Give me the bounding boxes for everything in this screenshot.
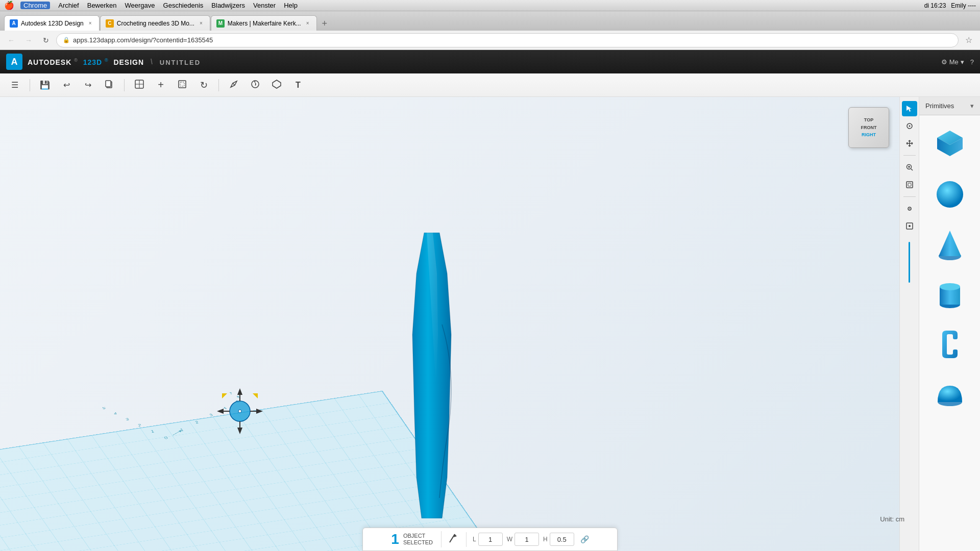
tab-3[interactable]: M Makers | Makerfaire Kerk... ×: [211, 15, 317, 31]
app-logo: A: [6, 54, 22, 70]
view-cube-face[interactable]: TOP FRONT RIGHT: [848, 107, 889, 148]
apple-menu[interactable]: 🍎: [4, 1, 14, 10]
menu-geschiedenis[interactable]: Geschiedenis: [163, 2, 204, 9]
orbit-tool-button[interactable]: [902, 118, 917, 134]
text-button[interactable]: T: [289, 77, 307, 94]
menu-chrome[interactable]: Chrome: [20, 2, 50, 9]
transform-icon: [178, 80, 187, 91]
look-tool-button[interactable]: [902, 201, 917, 216]
primitives-title: Primitives: [925, 102, 954, 110]
primitive-cylinder[interactable]: [927, 271, 973, 317]
grid-tool-button[interactable]: [902, 218, 917, 234]
tab-close-3[interactable]: ×: [304, 20, 311, 27]
fit-tool-button[interactable]: [902, 177, 917, 192]
svg-point-55: [940, 283, 960, 290]
tab-favicon-3: M: [216, 19, 225, 28]
tool-indicator: [442, 532, 467, 547]
tab-bar: A Autodesk 123D Design × C Crocheting ne…: [0, 11, 980, 31]
add-button[interactable]: +: [152, 77, 169, 94]
width-field: W: [507, 533, 539, 546]
main-area: 0 1 2 3 4 5 6 7 1 2 3 4 5: [0, 97, 980, 551]
menu-archief[interactable]: Archief: [58, 2, 79, 9]
svg-point-36: [909, 126, 910, 127]
view-cube[interactable]: TOP FRONT RIGHT: [848, 107, 889, 148]
app-product: 123D: [83, 58, 102, 66]
address-bar: ← → ↻ 🔒 apps.123dapp.com/design/?content…: [0, 31, 980, 50]
primitives-header: Primitives ▾: [919, 97, 980, 115]
right-toolbar: [899, 97, 919, 551]
select-tool-button[interactable]: [902, 101, 917, 116]
selected-count: 1: [391, 531, 399, 547]
length-field: L: [473, 533, 503, 546]
combine-button[interactable]: [268, 77, 285, 94]
transform-button[interactable]: [174, 77, 191, 94]
app-brand: AUTODESK: [28, 58, 71, 66]
selected-label: OBJECT SELECTED: [403, 533, 433, 546]
combine-icon: [272, 79, 282, 91]
new-tab-button[interactable]: +: [317, 16, 332, 31]
viewport-button[interactable]: [131, 77, 148, 94]
undo-button[interactable]: ↩: [58, 77, 75, 94]
menu-help[interactable]: Help: [284, 2, 298, 9]
toolbar-separator-3: [218, 79, 219, 91]
app-product-suffix: DESIGN: [113, 58, 144, 66]
menu-venster[interactable]: Venster: [253, 2, 276, 9]
menubar-user: Emily ----: [951, 2, 976, 9]
redo-button[interactable]: ↪: [79, 77, 96, 94]
undo-icon: ↩: [63, 80, 70, 90]
primitive-sphere[interactable]: [927, 171, 973, 217]
zoom-tool-button[interactable]: [902, 160, 917, 175]
refresh-button[interactable]: ↻: [39, 33, 53, 47]
menu-weergave[interactable]: Weergave: [125, 2, 155, 9]
svg-rect-1: [106, 81, 111, 87]
needle-object[interactable]: [396, 233, 468, 520]
length-label: L: [473, 536, 476, 543]
viewport[interactable]: 0 1 2 3 4 5 6 7 1 2 3 4 5: [0, 97, 899, 551]
forward-button[interactable]: →: [21, 33, 36, 47]
selected-label-line2: SELECTED: [403, 539, 433, 546]
primitive-box[interactable]: [927, 121, 973, 167]
save-icon: 💾: [40, 80, 50, 90]
primitive-half-sphere[interactable]: [927, 371, 973, 417]
height-input[interactable]: [550, 533, 574, 546]
svg-text:4: 4: [113, 412, 117, 415]
menu-bewerken[interactable]: Bewerken: [87, 2, 117, 9]
primitives-panel: Primitives ▾: [919, 97, 980, 551]
selection-gizmo[interactable]: [214, 386, 265, 439]
pan-tool-button[interactable]: [902, 136, 917, 151]
svg-rect-42: [908, 183, 911, 186]
sculpt-button[interactable]: [225, 77, 242, 94]
copy-button[interactable]: [101, 77, 118, 94]
svg-marker-30: [256, 409, 263, 414]
width-input[interactable]: [514, 533, 539, 546]
link-dimensions-button[interactable]: 🔗: [578, 535, 591, 543]
help-button[interactable]: ?: [970, 58, 974, 66]
bookmark-button[interactable]: ☆: [962, 33, 976, 47]
tab-2[interactable]: C Crocheting needles 3D Mo... ×: [100, 15, 210, 31]
url-bar[interactable]: 🔒 apps.123dapp.com/design/?contentid=163…: [56, 33, 959, 47]
chevron-down-icon: ▾: [961, 58, 964, 66]
svg-marker-26: [237, 428, 242, 434]
toolbar-separator-1: [30, 79, 30, 91]
length-input[interactable]: [478, 533, 503, 546]
primitives-grid: [919, 115, 980, 423]
height-label: H: [543, 536, 548, 543]
material-button[interactable]: [247, 77, 264, 94]
save-button[interactable]: 💾: [36, 77, 54, 94]
sculpt-icon: [229, 79, 239, 91]
primitive-cone[interactable]: [927, 221, 973, 267]
primitives-expand-button[interactable]: ▾: [970, 102, 974, 110]
selected-label-line1: OBJECT: [403, 533, 433, 539]
menu-toolbar-button[interactable]: ☰: [6, 77, 23, 94]
tab-close-1[interactable]: ×: [87, 20, 94, 27]
tab-1[interactable]: A Autodesk 123D Design ×: [4, 15, 100, 31]
primitive-torus[interactable]: [927, 321, 973, 367]
svg-marker-24: [237, 388, 242, 395]
menu-bladwijzers[interactable]: Bladwijzers: [211, 2, 245, 9]
refresh-toolbar-button[interactable]: ↻: [195, 77, 212, 94]
tab-close-2[interactable]: ×: [198, 20, 205, 27]
svg-text:5: 5: [102, 407, 106, 410]
cube-right-label: RIGHT: [862, 132, 876, 138]
back-button[interactable]: ←: [4, 33, 18, 47]
settings-button[interactable]: ⚙ Me ▾: [941, 58, 964, 66]
